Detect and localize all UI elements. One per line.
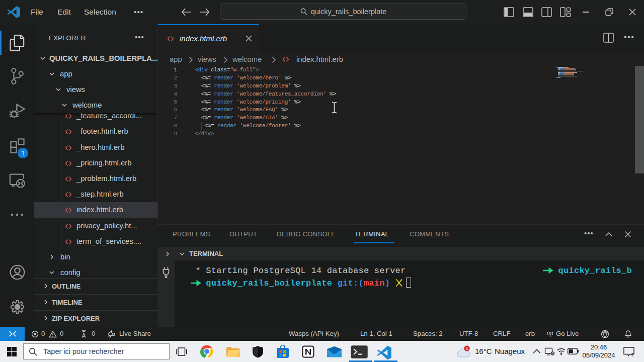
svg-text:1: 1 (466, 346, 468, 351)
